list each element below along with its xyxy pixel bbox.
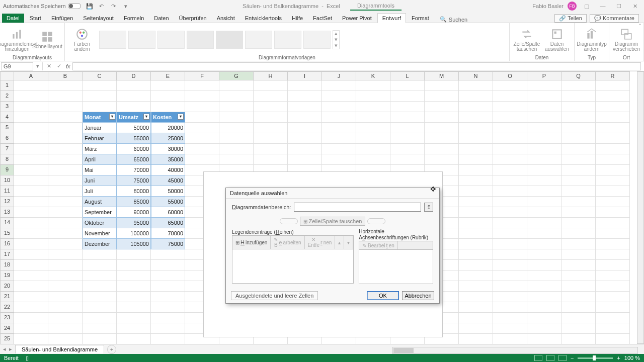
cell[interactable]	[596, 292, 630, 302]
row-header[interactable]: 1	[0, 80, 14, 91]
cell[interactable]	[356, 91, 390, 102]
cell[interactable]	[356, 133, 390, 144]
cell[interactable]: 60000	[151, 207, 185, 218]
cell[interactable]	[493, 186, 527, 197]
cell[interactable]	[493, 239, 527, 249]
cell[interactable]	[14, 91, 48, 102]
cell[interactable]	[322, 123, 356, 133]
cell[interactable]	[83, 249, 117, 260]
cell[interactable]	[48, 133, 83, 144]
cell[interactable]	[459, 218, 493, 228]
cell[interactable]	[288, 112, 322, 123]
cell[interactable]	[561, 218, 596, 228]
cell[interactable]	[83, 91, 117, 102]
cell[interactable]	[425, 133, 459, 144]
cell[interactable]	[561, 102, 596, 112]
cell[interactable]	[48, 249, 83, 260]
cell[interactable]	[493, 334, 527, 344]
cell[interactable]	[459, 313, 493, 323]
cell[interactable]	[117, 302, 151, 313]
add-sheet-button[interactable]: +	[107, 345, 116, 354]
cell[interactable]	[459, 292, 493, 302]
cell[interactable]: Dezember	[83, 239, 117, 249]
cell[interactable]	[493, 207, 527, 218]
name-box-dropdown-icon[interactable]: ▾	[34, 63, 41, 69]
cell[interactable]	[14, 154, 48, 165]
cell[interactable]	[596, 260, 630, 270]
cell[interactable]	[425, 144, 459, 154]
row-header[interactable]: 22	[0, 302, 14, 313]
sheet-tab-active[interactable]: Säulen- und Balkendiagramme	[15, 345, 104, 353]
quick-layout-button[interactable]: Schnelllayout	[33, 29, 61, 50]
tab-start[interactable]: Start	[25, 14, 46, 23]
cell[interactable]	[48, 302, 83, 313]
cell[interactable]	[14, 292, 48, 302]
cell[interactable]	[14, 165, 48, 175]
cell[interactable]	[185, 80, 219, 91]
cell[interactable]	[117, 249, 151, 260]
cell[interactable]	[254, 154, 288, 165]
cell[interactable]: 75000	[117, 175, 151, 186]
page-break-view-icon[interactable]	[558, 355, 567, 361]
filter-dropdown-icon[interactable]: ▾	[109, 114, 115, 120]
cell[interactable]	[493, 292, 527, 302]
cell[interactable]	[459, 281, 493, 292]
cell[interactable]	[322, 144, 356, 154]
cell[interactable]	[561, 154, 596, 165]
chart-style-gallery[interactable]: ▴▾▾	[98, 29, 341, 50]
cell[interactable]	[561, 80, 596, 91]
cell[interactable]	[48, 207, 83, 218]
cell[interactable]	[117, 292, 151, 302]
cell[interactable]: August	[83, 197, 117, 207]
cell[interactable]	[459, 154, 493, 165]
cell[interactable]	[493, 313, 527, 323]
cell[interactable]	[288, 133, 322, 144]
cell[interactable]: 55000	[117, 133, 151, 144]
cell[interactable]	[219, 133, 254, 144]
cell[interactable]: 100000	[117, 228, 151, 239]
cell[interactable]	[185, 102, 219, 112]
cell[interactable]	[459, 175, 493, 186]
cell[interactable]	[527, 323, 561, 334]
row-header[interactable]: 20	[0, 281, 14, 292]
cell[interactable]	[322, 102, 356, 112]
change-colors-button[interactable]: Farben ändern	[68, 27, 96, 53]
cell[interactable]	[459, 165, 493, 175]
cell[interactable]	[527, 165, 561, 175]
cell[interactable]	[390, 102, 425, 112]
style-thumb[interactable]	[274, 31, 301, 49]
cell[interactable]	[14, 323, 48, 334]
tab-daten[interactable]: Daten	[149, 14, 173, 23]
ok-button[interactable]: OK	[367, 291, 399, 300]
search-box[interactable]: 🔍 Suchen	[440, 16, 467, 23]
cell[interactable]	[561, 260, 596, 270]
formula-input[interactable]	[72, 62, 641, 70]
column-header[interactable]: N	[459, 71, 493, 80]
cell[interactable]	[48, 270, 83, 281]
tab-entwicklertools[interactable]: Entwicklertools	[240, 14, 286, 23]
cell[interactable]	[596, 207, 630, 218]
cell[interactable]	[356, 102, 390, 112]
cell[interactable]	[390, 80, 425, 91]
cell[interactable]	[561, 281, 596, 292]
cell[interactable]	[14, 80, 48, 91]
cell[interactable]	[596, 239, 630, 249]
cell[interactable]	[527, 175, 561, 186]
cell[interactable]	[596, 302, 630, 313]
column-header[interactable]: O	[493, 71, 527, 80]
cell[interactable]	[561, 228, 596, 239]
cell[interactable]	[151, 281, 185, 292]
cell[interactable]	[493, 281, 527, 292]
cell[interactable]	[185, 154, 219, 165]
cell[interactable]	[14, 334, 48, 344]
row-header[interactable]: 24	[0, 323, 14, 334]
move-chart-button[interactable]: Diagramm verschieben	[612, 27, 640, 53]
style-thumb[interactable]	[99, 31, 126, 49]
cell[interactable]	[254, 133, 288, 144]
cell[interactable]	[83, 334, 117, 344]
cell[interactable]	[527, 292, 561, 302]
cell[interactable]	[561, 186, 596, 197]
cell[interactable]	[561, 165, 596, 175]
cell[interactable]	[48, 102, 83, 112]
cell[interactable]: 105000	[117, 239, 151, 249]
